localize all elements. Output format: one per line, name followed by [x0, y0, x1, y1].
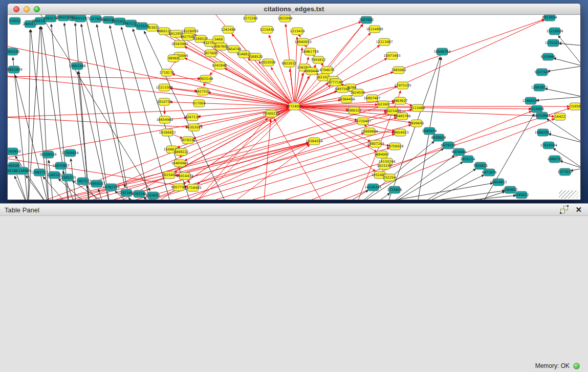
- graph-edge[interactable]: [212, 69, 216, 73]
- float-panel-icon[interactable]: [560, 206, 568, 213]
- graph-node-label: 20651009: [8, 68, 23, 72]
- graph-edge[interactable]: [448, 192, 503, 200]
- zoom-window-button[interactable]: [34, 6, 40, 12]
- graph-node-label: 2087682: [359, 18, 374, 22]
- graph-node-label: 7986322: [347, 108, 362, 113]
- graph-edge[interactable]: [81, 27, 110, 200]
- graph-edge-arrowhead: [96, 24, 98, 27]
- graph-node-label: 10654812: [490, 180, 507, 184]
- graph-edge[interactable]: [28, 32, 30, 200]
- close-window-button[interactable]: [13, 6, 19, 12]
- graph-edge[interactable]: [325, 120, 552, 200]
- graph-node-label: 19654923: [391, 130, 408, 135]
- graph-node-label: 1215419: [290, 29, 305, 33]
- graph-node-label: 8215955: [530, 107, 545, 111]
- graph-node-label: 10807487: [363, 96, 380, 100]
- graph-edge[interactable]: [560, 37, 580, 66]
- graph-node-label: 8454749: [227, 47, 242, 51]
- network-canvas[interactable]: 1872400776638229860125591295418226058982…: [8, 15, 580, 200]
- graph-edge[interactable]: [561, 43, 580, 46]
- memory-status-indicator[interactable]: [573, 363, 580, 369]
- graph-edge[interactable]: [8, 76, 198, 79]
- graph-edge[interactable]: [549, 120, 580, 143]
- graph-edge[interactable]: [539, 97, 580, 100]
- graph-node-label: 12213987: [376, 40, 393, 44]
- graph-edge[interactable]: [130, 144, 307, 200]
- graph-edge[interactable]: [49, 163, 54, 200]
- graph-edge[interactable]: [275, 121, 325, 200]
- resize-grip-icon[interactable]: [559, 190, 579, 199]
- graph-node-label: 6794078: [320, 68, 335, 72]
- graph-edge[interactable]: [359, 111, 384, 111]
- graph-node-label: 20364456: [338, 97, 355, 101]
- graph-edge[interactable]: [8, 106, 290, 117]
- graph-node-label: 10688609: [361, 129, 378, 134]
- graph-edge[interactable]: [556, 59, 580, 66]
- graph-edge-arrowhead: [70, 158, 72, 161]
- graph-node-label: 15720407: [354, 119, 371, 123]
- graph-edge[interactable]: [172, 89, 290, 105]
- graph-node-label: 9777169: [329, 80, 343, 84]
- graph-edge[interactable]: [111, 28, 151, 200]
- close-panel-icon[interactable]: ✕: [575, 206, 582, 213]
- graph-edge-arrowhead: [147, 188, 150, 191]
- graph-node-label: 98968: [168, 56, 179, 60]
- graph-node-label: 12975105: [394, 83, 411, 87]
- graph-edge[interactable]: [13, 60, 28, 200]
- graph-node-label: 9857791: [171, 185, 186, 189]
- graph-node-label: 16409948: [171, 161, 188, 165]
- graph-edge[interactable]: [27, 178, 49, 200]
- graph-node-label: 20206526: [39, 152, 56, 157]
- graph-edge[interactable]: [366, 191, 502, 200]
- graph-node-label: 18495786: [394, 114, 410, 118]
- graph-edge-arrowhead: [109, 25, 112, 28]
- graph-edge[interactable]: [260, 63, 292, 103]
- graph-node-label: 16782759: [102, 185, 119, 189]
- graph-node-label: 15032: [10, 19, 20, 23]
- graph-edge-arrowhead: [50, 24, 53, 27]
- graph-node-label: 12213399: [156, 85, 172, 90]
- graph-node-label: 15716485: [184, 186, 201, 190]
- graph-edge[interactable]: [551, 135, 580, 143]
- minimize-window-button[interactable]: [24, 6, 30, 12]
- graph-edge[interactable]: [199, 110, 291, 183]
- graph-node-label: 9463627: [393, 99, 408, 103]
- graph-node-label: 8471676: [482, 170, 497, 174]
- graph-node-label: 17016504: [540, 143, 557, 147]
- graph-edge[interactable]: [298, 20, 541, 105]
- graph-edge[interactable]: [75, 26, 90, 200]
- graph-edge[interactable]: [84, 15, 124, 185]
- graph-node-label: 8813054: [542, 15, 557, 19]
- network-window-titlebar[interactable]: citations_edges.txt: [8, 4, 580, 15]
- graph-edge[interactable]: [548, 89, 580, 97]
- graph-node-label: 1588520: [248, 55, 263, 59]
- network-view-background: citations_edges.txt 18724007766382298601…: [0, 0, 588, 203]
- graph-node-label: 12444154: [522, 99, 539, 103]
- graph-node-label: 16654982: [156, 118, 173, 122]
- graph-edge[interactable]: [290, 72, 294, 102]
- graph-edge[interactable]: [169, 62, 175, 69]
- graph-svg: 1872400776638229860125591295418226058982…: [8, 15, 580, 200]
- graph-node-label: 12942737: [31, 170, 48, 174]
- graph-edge-arrowhead: [123, 185, 126, 188]
- graph-node-label: 19166822: [159, 130, 176, 135]
- graph-edge[interactable]: [417, 176, 482, 200]
- graph-edge[interactable]: [270, 37, 293, 102]
- graph-edge[interactable]: [8, 107, 290, 158]
- graph-node-label: 9684067: [375, 152, 389, 157]
- graph-edge[interactable]: [294, 39, 297, 102]
- table-panel-title: Table Panel: [5, 206, 39, 214]
- graph-edge[interactable]: [417, 170, 474, 200]
- graph-edge-arrowhead: [74, 23, 77, 26]
- graph-edge[interactable]: [308, 23, 359, 40]
- network-window[interactable]: citations_edges.txt 18724007766382298601…: [7, 3, 581, 200]
- graph-edge[interactable]: [299, 106, 552, 116]
- graph-edge[interactable]: [573, 168, 580, 170]
- graph-node-label: 16543982: [171, 42, 188, 46]
- graph-node-label: 10655287: [72, 16, 89, 20]
- graph-edge[interactable]: [550, 66, 580, 71]
- table-panel-header: Table Panel ✕: [0, 203, 588, 216]
- graph-node-label: 10973493: [383, 54, 400, 58]
- graph-node-label: 18724007: [286, 104, 302, 108]
- graph-node-label: 11156869: [14, 169, 31, 173]
